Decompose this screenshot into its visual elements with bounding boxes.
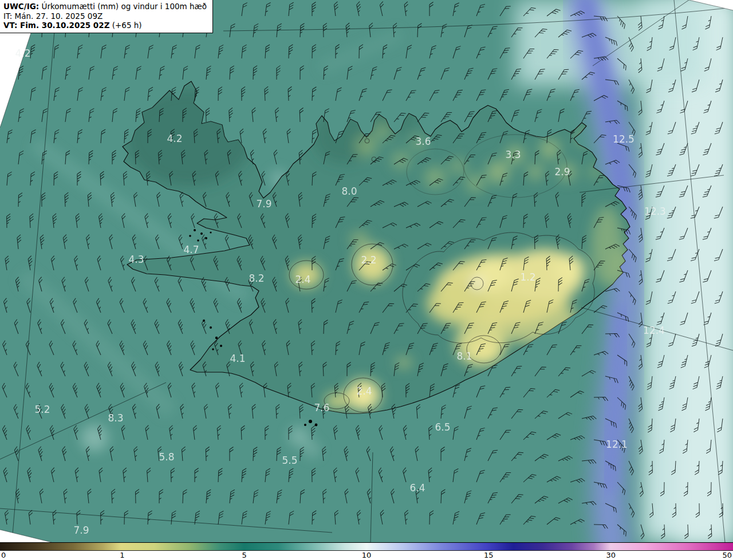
colorbar-tick: 15 [484,551,494,559]
product-description: Úrkomumætti (mm) og vindur i 100m hæð [39,2,207,11]
contour-value-label: 8.3 [108,412,123,424]
contour-value-label: 4.2 [15,48,30,59]
colorbar-tick: 50 [722,551,732,559]
contour-value-label: 6.5 [435,421,450,433]
contour-value-label: 12.3 [644,206,666,217]
colorbar-tick: 30 [606,551,616,559]
contour-value-label: 2.2 [361,254,376,266]
colorbar-tick: 10 [362,551,372,559]
contour-value-label: 7.9 [256,198,271,210]
contour-value-label: 8.0 [341,186,357,197]
colorbar-labels: 01510153050 [0,551,733,560]
contour-value-label: 5.2 [34,404,50,415]
contour-value-label: 3.3 [505,149,521,160]
contour-value-label: 5.5 [282,455,297,466]
contour-value-label: 12.1 [606,439,628,450]
init-time-line: IT: Mán. 27. 10. 2025 09Z [3,11,207,21]
contour-value-label: 3.6 [415,136,431,147]
contour-value-label: 2.4 [295,274,310,285]
contour-value-label: 2.4 [356,385,372,397]
valid-time-line: VT: Fim. 30.10.2025 02Z (+65 h) [3,21,207,30]
colorbar-tick: 1 [120,551,124,559]
contour-value-label: 8.1 [456,350,472,362]
map-area: 4.24.23.63.32.912.58.07.912.34.74.32.28.… [0,0,733,542]
valid-time: VT: Fim. 30.10.2025 02Z [3,21,109,30]
colorbar-tick: 0 [1,551,6,559]
contour-value-label: 4.3 [128,254,144,265]
contour-value-label: 7.9 [73,524,89,536]
map-title-line: UWC/IG: Úrkomumætti (mm) og vindur i 100… [3,2,207,11]
contour-value-label: 1.2 [520,271,535,283]
colorbar-tick: 5 [242,551,247,559]
product-id: UWC/IG: [3,2,39,11]
title-box: UWC/IG: Úrkomumætti (mm) og vindur i 100… [0,0,213,33]
contour-value-label: 2.9 [554,166,570,178]
contour-value-label: 12.5 [613,133,635,145]
contour-value-label: 8.2 [249,273,264,284]
contour-value-label: 12.4 [643,325,665,336]
contour-value-label: 6.4 [409,482,425,494]
contour-value-label: 4.1 [230,353,245,364]
colorbar [0,542,733,551]
contour-value-label: 5.8 [159,451,174,463]
contour-value-label: 4.2 [167,133,182,144]
lead-time: (+65 h) [109,21,141,30]
contour-value-label: 4.7 [183,244,199,255]
precipitation-wind-map: 4.24.23.63.32.912.58.07.912.34.74.32.28.… [0,0,733,542]
contour-value-label: 7.6 [314,402,329,413]
